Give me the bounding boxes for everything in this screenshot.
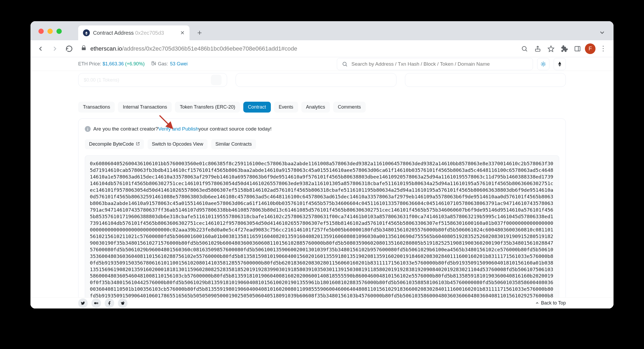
social-links	[78, 298, 127, 308]
svg-rect-5	[575, 46, 580, 51]
maximize-window-button[interactable]	[56, 29, 62, 34]
info-icon: i	[85, 126, 91, 132]
svg-line-10	[346, 65, 347, 66]
similar-contracts-button[interactable]: Similar Contracts	[211, 139, 256, 149]
browser-menu-icon[interactable]: ⋮	[597, 44, 609, 53]
verify-publish-link[interactable]: Verify and Publish	[158, 126, 199, 132]
token-holdings-value: $0.00 (1 Tokens)	[84, 77, 119, 83]
twitter-icon[interactable]	[78, 298, 88, 308]
search-input[interactable]	[351, 61, 528, 67]
medium-icon[interactable]	[91, 298, 101, 308]
tab-internal-transactions[interactable]: Internal Transactions	[118, 102, 172, 113]
search-icon[interactable]	[519, 43, 530, 55]
forward-button[interactable]	[49, 43, 61, 55]
search-box[interactable]	[337, 58, 533, 70]
tab-transactions[interactable]: Transactions	[78, 102, 115, 113]
svg-point-1	[522, 46, 526, 50]
verify-prompt: i Are you the contract creator? Verify a…	[85, 126, 559, 132]
svg-point-29	[124, 302, 125, 303]
tab-comments[interactable]: Comments	[333, 102, 366, 113]
arrow-up-icon	[535, 301, 539, 305]
bytecode-text: 0x6080604052600436106101bb5760003560e01c…	[90, 161, 553, 308]
tab-analytics[interactable]: Analytics	[301, 102, 330, 113]
eth-price-change: (+6.90%)	[124, 61, 145, 66]
tab-title: Contract Address 0x2ec705d3	[93, 30, 164, 36]
svg-marker-4	[548, 46, 554, 52]
gas-pump-icon	[151, 61, 156, 67]
eth-price-label: ETH Price:	[78, 61, 103, 66]
browser-tab[interactable]: Contract Address 0x2ec705d3 ✕	[78, 25, 189, 40]
lock-icon	[78, 45, 87, 52]
tab-token-transfers[interactable]: Token Transfers (ERC-20)	[175, 102, 240, 113]
gas-label: Gas:	[158, 61, 168, 67]
tab-events[interactable]: Events	[274, 102, 298, 113]
browser-window: Contract Address 0x2ec705d3 ✕ + ethersca…	[30, 21, 614, 308]
address-bar-icons: F ⋮	[519, 43, 609, 55]
decompile-button[interactable]: Decompile ByteCode	[85, 139, 144, 149]
svg-point-28	[121, 302, 124, 305]
overview-panel: $0.00 (1 Tokens)	[78, 73, 227, 87]
bookmark-star-icon[interactable]	[545, 43, 557, 55]
top-strip: ETH Price: $1,663.36 (+6.90%) Gas: 53 Gw…	[30, 57, 614, 71]
side-panel-icon[interactable]	[572, 43, 583, 55]
svg-line-2	[526, 50, 527, 51]
search-icon	[342, 61, 348, 67]
tab-contract[interactable]: Contract	[243, 102, 271, 113]
url-path: /address/0x2ec705d306b51e486b1bc0d6ebee7…	[122, 45, 297, 52]
ethereum-network-button[interactable]	[554, 58, 566, 70]
browser-tab-bar: Contract Address 0x2ec705d3 ✕ +	[30, 21, 614, 40]
url-domain: etherscan.io	[90, 45, 122, 52]
svg-line-16	[542, 62, 542, 63]
page-content: ETH Price: $1,663.36 (+6.90%) Gas: 53 Gw…	[30, 57, 614, 308]
external-link-icon	[136, 141, 140, 147]
svg-line-17	[545, 65, 545, 66]
gas-value[interactable]: 53 Gwei	[170, 61, 188, 67]
reddit-icon[interactable]	[118, 298, 127, 308]
window-controls	[38, 29, 62, 34]
info-panels: $0.00 (1 Tokens)	[78, 73, 566, 87]
tabs-row: Transactions Internal Transactions Token…	[78, 102, 566, 113]
profile-avatar[interactable]: F	[585, 43, 596, 54]
action-row: Decompile ByteCode Switch to Opcodes Vie…	[85, 139, 559, 149]
svg-point-11	[542, 63, 544, 65]
back-to-top-button[interactable]: Back to Top	[535, 300, 566, 306]
eth-info: ETH Price: $1,663.36 (+6.90%) Gas: 53 Gw…	[78, 61, 188, 67]
svg-point-9	[343, 62, 346, 65]
opcodes-button[interactable]: Switch to Opcodes View	[148, 139, 208, 149]
svg-line-18	[545, 62, 545, 63]
address-bar: etherscan.io/address/0x2ec705d306b51e486…	[30, 40, 614, 57]
page-footer: Back to Top	[30, 297, 614, 308]
reload-button[interactable]	[63, 43, 75, 55]
tabs-dropdown-icon[interactable]	[599, 29, 606, 37]
svg-point-27	[98, 302, 98, 304]
copy-button[interactable]	[211, 75, 222, 85]
svg-point-26	[96, 302, 98, 304]
close-tab-icon[interactable]: ✕	[180, 30, 185, 36]
contract-panel: i Are you the contract creator? Verify a…	[78, 118, 566, 308]
minimize-window-button[interactable]	[47, 29, 53, 34]
facebook-icon[interactable]	[105, 298, 114, 308]
etherscan-favicon	[83, 29, 90, 36]
share-icon[interactable]	[532, 43, 544, 55]
svg-point-25	[94, 302, 96, 304]
svg-point-30	[121, 302, 122, 303]
back-button[interactable]	[35, 43, 46, 55]
eth-price-value[interactable]: $1,663.36	[103, 61, 124, 66]
theme-toggle-button[interactable]	[537, 58, 549, 70]
svg-rect-7	[152, 61, 154, 65]
url-field[interactable]: etherscan.io/address/0x2ec705d306b51e486…	[78, 45, 516, 52]
more-info-panel	[236, 73, 396, 87]
new-tab-button[interactable]: +	[194, 27, 205, 39]
bytecode-textarea[interactable]: 0x6080604052600436106101bb5760003560e01c…	[85, 155, 559, 308]
extensions-icon[interactable]	[558, 43, 570, 55]
close-window-button[interactable]	[38, 29, 44, 34]
svg-line-19	[542, 65, 542, 66]
svg-line-32	[123, 302, 123, 302]
multi-chain-panel	[405, 73, 566, 87]
